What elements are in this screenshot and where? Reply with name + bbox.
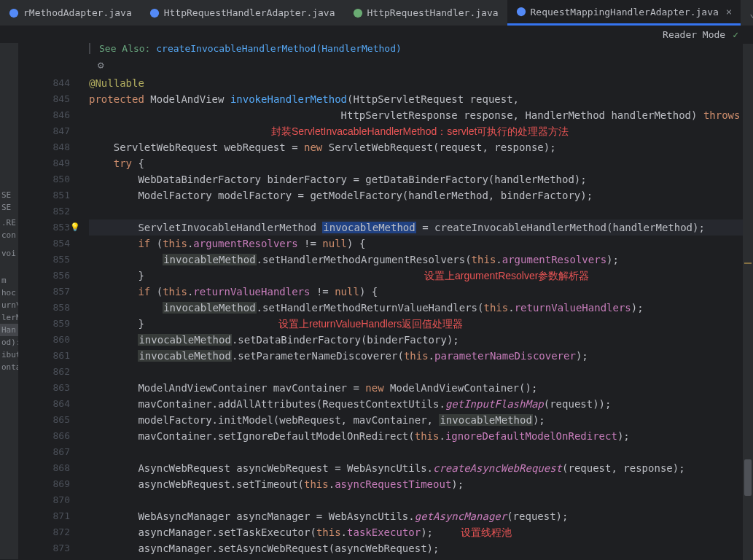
line-number[interactable]: 861: [19, 348, 70, 364]
svg-point-0: [9, 8, 18, 17]
tab-2[interactable]: HttpRequestHandler.java: [344, 0, 507, 26]
tab-label: HttpRequestHandlerAdapter.java: [164, 7, 335, 18]
svg-point-1: [150, 8, 159, 17]
tree-fragment-row[interactable]: SE: [0, 189, 18, 201]
chevron-down-icon[interactable]: ⌄: [749, 7, 753, 19]
tab-label: HttpRequestHandler.java: [367, 7, 499, 18]
tab-nav: ⌄ ⋮: [741, 0, 753, 26]
line-number[interactable]: 868: [19, 460, 70, 476]
line-number[interactable]: 849: [19, 155, 70, 171]
scrollbar[interactable]: [743, 44, 753, 560]
scrollbar-thumb[interactable]: [744, 459, 752, 496]
tree-fragment-row[interactable]: ibut: [0, 349, 18, 361]
doc-see-also: See Also:: [99, 43, 156, 54]
line-number[interactable]: 853: [19, 219, 70, 236]
tab-0[interactable]: rMethodAdapter.java: [0, 0, 141, 26]
tree-fragment-row[interactable]: lerN: [0, 311, 18, 324]
line-number[interactable]: 860: [19, 332, 70, 348]
scrollbar-mark[interactable]: [744, 262, 752, 264]
tree-fragment-row[interactable]: hoc: [0, 287, 18, 299]
line-number[interactable]: 869: [19, 476, 70, 492]
check-icon[interactable]: ✓: [733, 29, 738, 40]
line-number[interactable]: 848: [19, 139, 70, 155]
tree-fragment-row[interactable]: Han: [0, 324, 18, 336]
code-editor[interactable]: See Also: createInvocableHandlerMethod(H…: [19, 43, 753, 559]
reader-mode-label[interactable]: Reader Mode: [663, 29, 725, 40]
line-number[interactable]: 865: [19, 412, 70, 428]
line-number[interactable]: 845: [19, 91, 70, 107]
tree-fragment-row[interactable]: con: [0, 229, 18, 241]
line-number[interactable]: 866: [19, 428, 70, 444]
tree-fragment-row[interactable]: .RE: [0, 217, 18, 229]
line-number[interactable]: 856: [19, 268, 70, 284]
java-class-icon: [149, 8, 160, 18]
annotation-1: 封装ServletInvacableHandlerMethod：servlet可…: [271, 123, 569, 139]
tab-3[interactable]: RequestMappingHandlerAdapter.java ×: [507, 0, 741, 26]
line-number[interactable]: 851: [19, 187, 70, 203]
tree-fragment-row[interactable]: onta: [0, 361, 18, 373]
gear-icon[interactable]: ⚙: [98, 59, 104, 71]
doc-link[interactable]: createInvocableHandlerMethod(HandlerMeth…: [156, 43, 402, 54]
svg-point-2: [353, 8, 362, 17]
line-number[interactable]: 873: [19, 540, 70, 556]
annotation-4: 设置线程池: [461, 524, 512, 540]
line-number[interactable]: 859: [19, 316, 70, 332]
annotation-3: 设置上returnValueHandlers返回值处理器: [278, 316, 463, 332]
reader-mode-bar: Reader Mode ✓: [0, 26, 753, 43]
line-number[interactable]: 857: [19, 284, 70, 300]
tab-label: rMethodAdapter.java: [23, 7, 132, 18]
tab-1[interactable]: HttpRequestHandlerAdapter.java: [141, 0, 344, 26]
line-number[interactable]: 867: [19, 444, 70, 460]
tree-fragment-row[interactable]: SE: [0, 201, 18, 214]
tab-label: RequestMappingHandlerAdapter.java: [531, 7, 719, 18]
line-number[interactable]: 870: [19, 492, 70, 508]
editor-tabs: rMethodAdapter.java HttpRequestHandlerAd…: [0, 0, 753, 26]
tree-fragment-row[interactable]: m: [0, 274, 18, 287]
svg-point-3: [516, 7, 525, 16]
line-number[interactable]: 874: [19, 556, 70, 560]
line-number[interactable]: 863: [19, 380, 70, 396]
line-number[interactable]: 854: [19, 236, 70, 252]
line-gutter[interactable]: 8448458468478488498508518528538548558568…: [19, 75, 89, 559]
line-number[interactable]: 855: [19, 252, 70, 268]
tree-fragment-row[interactable]: od):: [0, 336, 18, 349]
line-number[interactable]: 844: [19, 75, 70, 91]
line-number[interactable]: 846: [19, 107, 70, 123]
tree-fragment-row[interactable]: voi: [0, 247, 18, 260]
java-class-icon: [516, 7, 526, 17]
line-number[interactable]: 871: [19, 508, 70, 524]
line-number[interactable]: 864: [19, 396, 70, 412]
code-area[interactable]: @Nullable protected ModelAndView invokeH…: [89, 75, 743, 559]
close-icon[interactable]: ×: [726, 6, 732, 18]
project-tree-fragment[interactable]: SESE.REconvoimhocurn\lerNHanod):ibutonta: [0, 43, 19, 559]
line-number[interactable]: 862: [19, 364, 70, 380]
line-number[interactable]: 872: [19, 524, 70, 540]
annotation-2: 设置上argumentResolver参数解析器: [424, 268, 589, 284]
java-class-icon: [9, 8, 19, 18]
java-interface-icon: [353, 8, 363, 18]
line-number[interactable]: 852: [19, 203, 70, 219]
line-number[interactable]: 850: [19, 171, 70, 187]
javadoc-block: See Also: createInvocableHandlerMethod(H…: [89, 43, 402, 54]
line-number[interactable]: 858: [19, 300, 70, 316]
tree-fragment-row[interactable]: urn\: [0, 299, 18, 311]
line-number[interactable]: 847: [19, 123, 70, 139]
